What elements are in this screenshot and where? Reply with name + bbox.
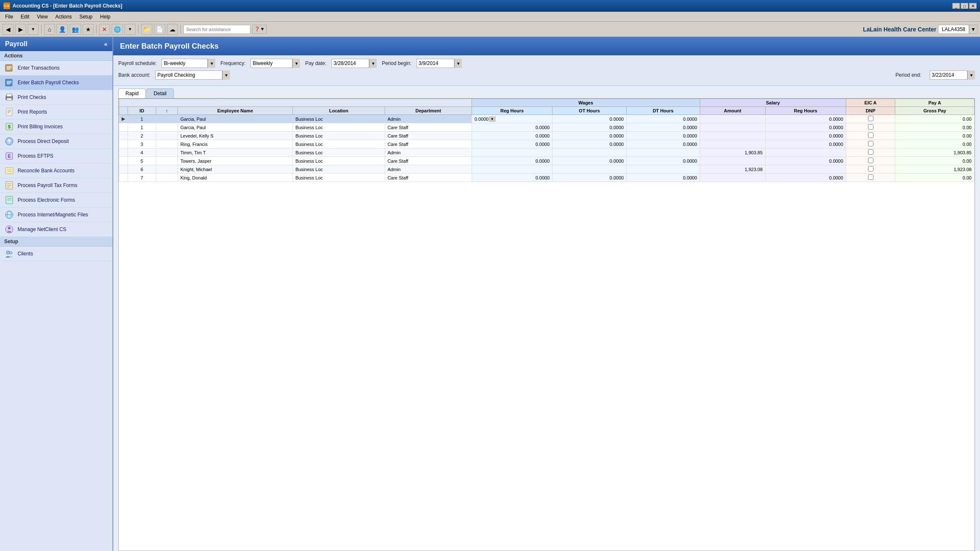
sidebar-item-enter-transactions[interactable]: Enter Transactions <box>0 61 112 75</box>
table-cell[interactable]: 1,923.08 <box>700 165 765 174</box>
table-cell[interactable]: 0.0000 <box>553 123 627 132</box>
table-cell[interactable]: 0.0000 <box>553 140 627 148</box>
pay-date-dropdown[interactable]: 3/28/2014 ▼ <box>331 59 377 68</box>
maximize-button[interactable]: □ <box>961 3 968 9</box>
table-row[interactable]: 7King, DonaldBusiness LocCare Staff0.000… <box>119 174 975 182</box>
table-cell[interactable]: 0.0000 <box>626 132 700 140</box>
menu-edit[interactable]: Edit <box>17 13 33 21</box>
period-end-value[interactable]: 3/22/2014 <box>930 70 967 80</box>
sidebar-item-netclient[interactable]: Manage NetClient CS <box>0 222 112 237</box>
table-cell[interactable]: 0.0000 <box>626 174 700 182</box>
search-input[interactable] <box>183 25 250 34</box>
table-cell[interactable]: 0.00 <box>895 115 975 123</box>
dnp-checkbox[interactable] <box>868 116 873 121</box>
table-cell[interactable] <box>765 148 846 157</box>
table-cell[interactable] <box>553 148 627 157</box>
table-row[interactable]: 1Garcia, PaulBusiness LocCare Staff0.000… <box>119 123 975 132</box>
table-cell[interactable]: 0.0000 <box>626 157 700 165</box>
pay-date-value[interactable]: 3/28/2014 <box>331 59 369 68</box>
table-row[interactable]: 4Timm, Tim TBusiness LocAdmin1,903.851,9… <box>119 148 975 157</box>
sidebar-collapse-button[interactable]: « <box>104 41 107 47</box>
dnp-checkbox[interactable] <box>868 166 873 172</box>
dnp-checkbox[interactable] <box>868 158 873 163</box>
dropdown-button[interactable]: ▼ <box>28 24 39 35</box>
dnp-checkbox[interactable] <box>868 174 873 180</box>
table-cell[interactable] <box>700 123 765 132</box>
delete-button[interactable]: ✕ <box>99 24 110 35</box>
dnp-checkbox[interactable] <box>868 141 873 146</box>
table-cell[interactable]: 0.0000 <box>765 123 846 132</box>
period-end-arrow[interactable]: ▼ <box>967 70 975 80</box>
sidebar-item-print-checks[interactable]: Print Checks <box>0 90 112 105</box>
table-cell[interactable]: 0.0000 <box>553 115 627 123</box>
table-cell[interactable]: 0.0000 <box>765 174 846 182</box>
table-cell[interactable]: 0.0000 <box>765 132 846 140</box>
table-cell[interactable]: 0.0000 <box>626 115 700 123</box>
table-row[interactable]: 2Levedel, Kelly SBusiness LocCare Staff0… <box>119 132 975 140</box>
sidebar-item-electronic-forms[interactable]: Process Electronic Forms <box>0 193 112 208</box>
table-cell[interactable] <box>700 157 765 165</box>
menu-actions[interactable]: Actions <box>52 13 75 21</box>
table-cell[interactable] <box>846 115 895 123</box>
tab-detail[interactable]: Detail <box>146 88 174 98</box>
frequency-arrow[interactable]: ▼ <box>292 59 300 68</box>
sidebar-item-payroll-tax[interactable]: Process Payroll Tax Forms <box>0 178 112 193</box>
sidebar-item-print-billing[interactable]: $ Print Billing Invoices <box>0 120 112 134</box>
sidebar-item-reconcile[interactable]: Reconcile Bank Accounts <box>0 164 112 178</box>
bank-account-arrow[interactable]: ▼ <box>222 70 230 80</box>
table-cell[interactable]: 1,923.08 <box>895 165 975 174</box>
menu-help[interactable]: Help <box>97 13 114 21</box>
help-button[interactable]: ❓▼ <box>252 25 267 34</box>
table-row[interactable]: 6Knight, MichaelBusiness LocAdmin1,923.0… <box>119 165 975 174</box>
bank-account-value[interactable]: Payroll Checking <box>155 70 222 80</box>
users-button[interactable]: 👥 <box>70 24 81 35</box>
reg-hours-dropdown[interactable]: ▼ <box>489 117 495 122</box>
sidebar-item-print-reports[interactable]: Print Reports <box>0 105 112 120</box>
sidebar-item-internet-magnetic[interactable]: Process Internet/Magnetic Files <box>0 208 112 222</box>
folder-button[interactable]: 📁 <box>141 24 152 35</box>
table-cell[interactable] <box>846 174 895 182</box>
tab-rapid[interactable]: Rapid <box>118 88 146 98</box>
table-cell[interactable] <box>472 148 553 157</box>
doc-button[interactable]: 📄 <box>154 24 165 35</box>
company-dropdown[interactable]: ▼ <box>969 25 977 34</box>
menu-file[interactable]: File <box>2 13 16 21</box>
table-cell[interactable] <box>846 157 895 165</box>
table-row[interactable]: 5Towers, JasperBusiness LocCare Staff0.0… <box>119 157 975 165</box>
sidebar-item-process-direct[interactable]: Process Direct Deposit <box>0 134 112 149</box>
table-cell[interactable]: 0.0000 <box>472 140 553 148</box>
dnp-checkbox[interactable] <box>868 133 873 138</box>
table-cell[interactable]: 0.0000 <box>472 132 553 140</box>
table-cell[interactable]: 0.0000 <box>472 123 553 132</box>
table-cell[interactable]: 0.00 <box>895 140 975 148</box>
globe-button[interactable]: 🌐 <box>112 24 123 35</box>
table-cell[interactable] <box>765 165 846 174</box>
table-row[interactable]: ▶1Garcia, PaulBusiness LocAdmin0.0000▼0.… <box>119 115 975 123</box>
bank-account-dropdown[interactable]: Payroll Checking ▼ <box>155 70 230 80</box>
table-cell[interactable]: 0.0000 <box>765 157 846 165</box>
period-begin-value[interactable]: 3/9/2014 <box>417 59 454 68</box>
pay-date-arrow[interactable]: ▼ <box>369 59 377 68</box>
table-cell[interactable]: 0.0000 <box>553 132 627 140</box>
table-cell[interactable] <box>846 165 895 174</box>
col-sort[interactable]: ↑ <box>156 107 178 115</box>
table-cell[interactable]: 1,903.85 <box>895 148 975 157</box>
dnp-checkbox[interactable] <box>868 149 873 155</box>
payroll-schedule-value[interactable]: Bi-weekly <box>162 59 208 68</box>
payroll-schedule-dropdown[interactable]: Bi-weekly ▼ <box>162 59 215 68</box>
period-end-dropdown[interactable]: 3/22/2014 ▼ <box>930 70 975 80</box>
payroll-schedule-arrow[interactable]: ▼ <box>208 59 215 68</box>
table-cell[interactable]: 0.0000 <box>626 123 700 132</box>
table-cell[interactable]: 0.00 <box>895 157 975 165</box>
table-cell[interactable] <box>700 132 765 140</box>
period-begin-dropdown[interactable]: 3/9/2014 ▼ <box>417 59 462 68</box>
table-cell[interactable]: 0.0000 <box>553 174 627 182</box>
forward-button[interactable]: ▶ <box>15 24 26 35</box>
table-cell[interactable] <box>626 165 700 174</box>
dnp-checkbox[interactable] <box>868 124 873 130</box>
table-cell[interactable] <box>700 115 765 123</box>
back-button[interactable]: ◀ <box>3 24 13 35</box>
table-cell[interactable]: 1,903.85 <box>700 148 765 157</box>
table-cell[interactable]: 0.0000 <box>626 140 700 148</box>
globe-dropdown[interactable]: ▼ <box>125 24 136 35</box>
